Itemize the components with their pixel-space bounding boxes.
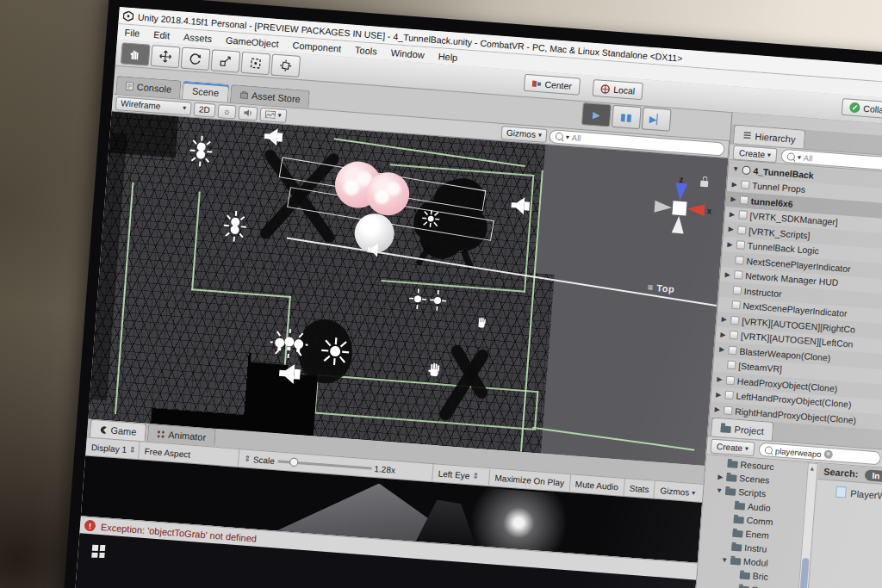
- speaker-gizmo[interactable]: [367, 242, 385, 258]
- local-global-button[interactable]: Local: [593, 79, 643, 100]
- chevron-down-icon: ▾: [767, 151, 772, 158]
- expand-arrow-icon[interactable]: ▶: [730, 180, 739, 189]
- expand-arrow-icon[interactable]: [725, 504, 732, 505]
- speaker-gizmo[interactable]: [510, 195, 534, 216]
- audio-toggle-button[interactable]: [238, 105, 258, 121]
- game-gizmos-dropdown[interactable]: Gizmos▾: [655, 481, 701, 502]
- expand-arrow-icon[interactable]: ▶: [726, 240, 735, 249]
- expand-arrow-icon[interactable]: [730, 574, 737, 575]
- scene-view[interactable]: z x ≡ Top: [88, 112, 728, 466]
- slider-track[interactable]: [277, 460, 372, 469]
- scroll-up-icon[interactable]: ▲: [809, 465, 815, 472]
- expand-arrow-icon[interactable]: [722, 546, 729, 547]
- expand-arrow-icon[interactable]: [724, 518, 731, 519]
- axis-z-cone[interactable]: [674, 183, 687, 201]
- step-button[interactable]: ▶▏: [642, 107, 672, 131]
- search-scope-button[interactable]: In As: [865, 469, 882, 483]
- play-button[interactable]: ▶: [581, 102, 612, 127]
- windows-logo[interactable]: [91, 545, 105, 558]
- transform-icon: [279, 59, 293, 72]
- expand-arrow-icon[interactable]: ▶: [717, 345, 726, 354]
- asset-store-tab-label: Asset Store: [252, 90, 301, 104]
- menu-item[interactable]: Edit: [146, 28, 177, 41]
- speaker-gizmo[interactable]: [277, 362, 305, 386]
- animator-icon: [157, 430, 165, 438]
- project-create-button[interactable]: Create▾: [711, 438, 755, 456]
- folder-label: Scripts: [738, 486, 767, 498]
- expand-arrow-icon[interactable]: ▶: [714, 390, 723, 399]
- updown-icon: ⇕: [472, 472, 479, 481]
- expand-arrow-icon[interactable]: ▶: [713, 405, 722, 414]
- expand-arrow-icon[interactable]: ▶: [717, 473, 724, 481]
- expand-arrow-icon[interactable]: ▶: [716, 375, 724, 384]
- expand-arrow-icon[interactable]: ▶: [730, 195, 738, 204]
- folder-icon: [726, 474, 737, 482]
- scale-label: Scale: [253, 455, 276, 466]
- point-light-gizmo[interactable]: [221, 210, 250, 243]
- point-light-gizmo[interactable]: [187, 135, 215, 168]
- pause-button[interactable]: ▮▮: [612, 105, 642, 129]
- speaker-gizmo[interactable]: [263, 127, 287, 147]
- gizmos-dropdown[interactable]: Gizmos▾: [501, 126, 548, 143]
- expand-arrow-icon[interactable]: ▶: [724, 270, 732, 279]
- expand-arrow-icon[interactable]: ▼: [716, 486, 724, 495]
- expand-arrow-icon[interactable]: [718, 462, 725, 463]
- star-light-gizmo[interactable]: [420, 209, 440, 228]
- mute-label: Mute Audio: [575, 479, 619, 492]
- move-tool-button[interactable]: [151, 45, 181, 68]
- axis-cube[interactable]: [672, 201, 686, 215]
- menu-item[interactable]: File: [117, 27, 147, 40]
- axis-cone[interactable]: [655, 201, 673, 214]
- axis-x-cone[interactable]: [686, 203, 705, 216]
- effects-dropdown[interactable]: ▾: [259, 107, 287, 122]
- expand-arrow-icon[interactable]: ▶: [728, 210, 736, 219]
- menu-item[interactable]: Tools: [348, 44, 384, 57]
- scale-tool-button[interactable]: [210, 49, 240, 72]
- hand-gizmo[interactable]: [475, 316, 488, 330]
- expand-arrow-icon[interactable]: [724, 532, 730, 533]
- hand-gizmo[interactable]: [426, 362, 442, 379]
- light-cluster-gizmo[interactable]: [270, 327, 309, 359]
- menu-item[interactable]: Assets: [177, 31, 220, 45]
- menu-item[interactable]: Window: [383, 46, 432, 60]
- orientation-label[interactable]: ≡ Top: [647, 282, 674, 294]
- rect-tool-button[interactable]: [240, 52, 270, 75]
- object-icon: [736, 240, 746, 250]
- local-axis-icon: [600, 84, 611, 94]
- collab-button[interactable]: ✓ Collab ▾: [842, 98, 882, 121]
- menu-item[interactable]: Help: [431, 51, 464, 64]
- expand-arrow-icon[interactable]: ▶: [727, 225, 736, 233]
- slider-thumb[interactable]: [289, 457, 299, 467]
- pause-icon: ▮▮: [620, 111, 633, 123]
- lighting-toggle-button[interactable]: ☼: [217, 103, 236, 119]
- star-light-gizmo[interactable]: [407, 288, 449, 311]
- expand-arrow-icon[interactable]: ▶: [720, 315, 729, 324]
- clear-search-icon[interactable]: ✕: [823, 449, 833, 459]
- rotate-tool-button[interactable]: [181, 47, 211, 71]
- folder-icon: [727, 461, 738, 468]
- pivot-center-button[interactable]: Center: [524, 74, 581, 96]
- star-light-gizmo[interactable]: [319, 337, 351, 367]
- collab-label: Collab: [863, 103, 882, 115]
- expand-arrow-icon[interactable]: ▼: [721, 555, 729, 564]
- expand-arrow-icon[interactable]: [722, 304, 730, 305]
- expand-arrow-icon[interactable]: ▼: [731, 165, 740, 174]
- transform-tool-button[interactable]: [270, 54, 301, 77]
- expand-arrow-icon[interactable]: [725, 259, 733, 260]
- scene-tab-label: Scene: [192, 86, 220, 98]
- expand-arrow-icon[interactable]: [723, 289, 730, 290]
- hand-tool-button[interactable]: [121, 42, 151, 65]
- expand-arrow-icon[interactable]: ▶: [719, 331, 728, 339]
- axis-cone[interactable]: [672, 215, 685, 233]
- folder-icon: [732, 530, 743, 538]
- search-result-row[interactable]: PlayerWeap: [817, 480, 882, 517]
- check-icon: ✓: [849, 102, 860, 114]
- object-icon: [738, 210, 748, 220]
- stats-button[interactable]: Stats: [624, 479, 655, 498]
- hierarchy-create-button[interactable]: Create▾: [732, 145, 777, 163]
- expand-arrow-icon[interactable]: [717, 364, 724, 365]
- updown-icon: ⇕: [129, 445, 136, 455]
- axis-x-label: x: [706, 206, 712, 215]
- 2d-toggle-button[interactable]: 2D: [193, 102, 215, 117]
- lock-icon[interactable]: [700, 181, 709, 188]
